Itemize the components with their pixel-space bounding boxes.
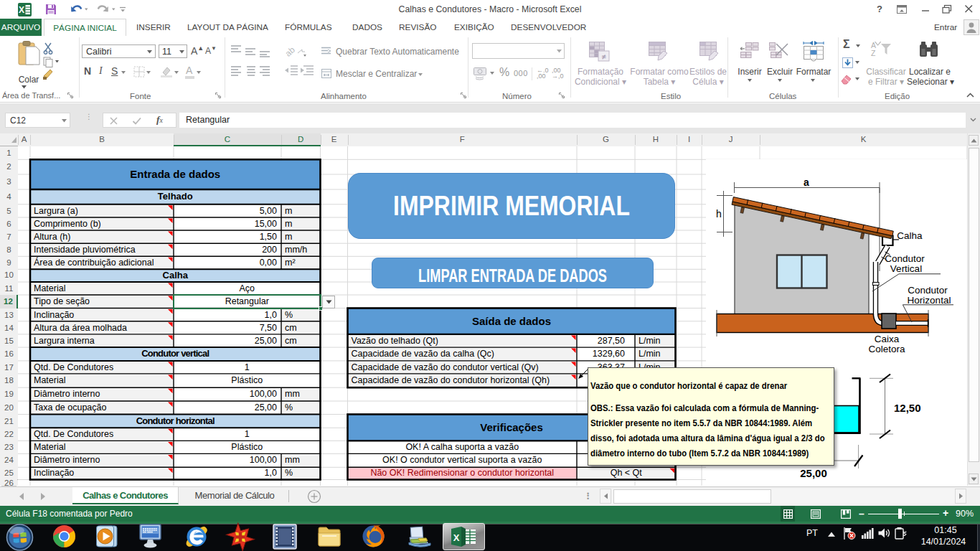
svg-text:Coletora: Coletora — [868, 344, 905, 354]
svg-text:25,00: 25,00 — [800, 467, 827, 479]
svg-text:X: X — [453, 532, 460, 543]
svg-text:Z: Z — [871, 49, 876, 57]
svg-text:a: a — [804, 176, 809, 188]
svg-text:h: h — [716, 208, 722, 220]
svg-text:Condutor: Condutor — [885, 253, 925, 264]
svg-text:12,50: 12,50 — [894, 402, 921, 414]
svg-text:Condutor: Condutor — [908, 285, 948, 296]
svg-text:Horizontal: Horizontal — [908, 295, 951, 306]
svg-text:ab: ab — [283, 44, 297, 59]
svg-text:Calha: Calha — [897, 230, 923, 241]
svg-text:Caixa: Caixa — [875, 334, 900, 344]
svg-text:Vertical: Vertical — [890, 263, 922, 274]
svg-text:≠: ≠ — [601, 52, 606, 61]
